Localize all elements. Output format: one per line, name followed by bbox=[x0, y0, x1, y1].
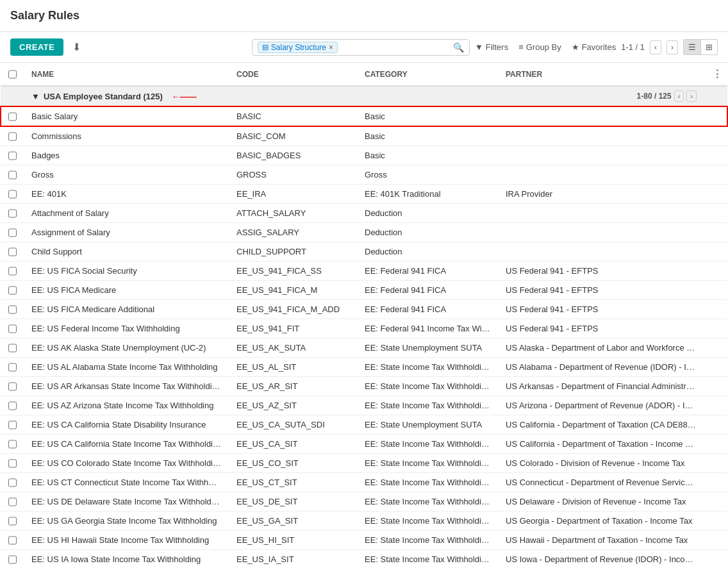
row-checkbox[interactable] bbox=[8, 305, 17, 314]
table-row[interactable]: EE: US AL Alabama State Income Tax Withh… bbox=[1, 358, 727, 377]
row-name: Assignment of Salary bbox=[24, 223, 229, 242]
header-partner[interactable]: Partner bbox=[498, 63, 704, 86]
table-row[interactable]: EE: US CO Colorado State Income Tax With… bbox=[1, 454, 727, 473]
row-checkbox[interactable] bbox=[8, 363, 17, 372]
table-row[interactable]: EE: US FICA Social Security EE_US_941_FI… bbox=[1, 262, 727, 281]
row-name: EE: US GA Georgia State Income Tax Withh… bbox=[24, 512, 229, 531]
table-row[interactable]: EE: 401K EE_IRA EE: 401K Traditional IRA… bbox=[1, 185, 727, 204]
row-partner: US Federal 941 - EFTPS bbox=[498, 319, 704, 338]
row-checkbox-cell bbox=[1, 319, 24, 338]
row-partner: US Federal 941 - EFTPS bbox=[498, 262, 704, 281]
groupby-button[interactable]: ≡ Group By bbox=[518, 40, 561, 54]
row-checkbox[interactable] bbox=[8, 440, 17, 449]
row-actions bbox=[704, 106, 727, 126]
group-next-btn[interactable]: › bbox=[686, 90, 697, 102]
table-row[interactable]: Commissions BASIC_COM Basic bbox=[1, 126, 727, 146]
filter-tag-close[interactable]: × bbox=[329, 44, 333, 51]
row-checkbox[interactable] bbox=[8, 420, 17, 429]
table-row[interactable]: Child Support CHILD_SUPPORT Deduction bbox=[1, 242, 727, 262]
row-checkbox-cell bbox=[1, 396, 24, 415]
table-row[interactable]: EE: US IA Iowa State Income Tax Withhold… bbox=[1, 550, 727, 567]
table-row[interactable]: EE: US AK Alaska State Unemployment (UC-… bbox=[1, 338, 727, 358]
group-prev-btn[interactable]: ‹ bbox=[674, 90, 684, 102]
create-button[interactable]: CREATE bbox=[10, 38, 63, 56]
row-checkbox[interactable] bbox=[8, 267, 17, 276]
table-row[interactable]: EE: US FICA Medicare EE_US_941_FICA_M EE… bbox=[1, 281, 727, 300]
table-row[interactable]: EE: US AZ Arizona State Income Tax Withh… bbox=[1, 396, 727, 415]
row-checkbox[interactable] bbox=[8, 344, 17, 353]
row-checkbox[interactable] bbox=[8, 478, 17, 487]
row-category: Deduction bbox=[357, 242, 498, 262]
row-checkbox[interactable] bbox=[8, 247, 17, 256]
row-checkbox[interactable] bbox=[8, 132, 17, 141]
row-checkbox-cell bbox=[1, 146, 24, 165]
row-partner: US Alabama - Department of Revenue (IDOR… bbox=[498, 358, 704, 377]
table-row[interactable]: EE: US HI Hawaii State Income Tax Withho… bbox=[1, 531, 727, 550]
row-checkbox[interactable] bbox=[8, 555, 17, 564]
row-actions bbox=[704, 126, 727, 146]
row-partner bbox=[498, 165, 704, 185]
row-actions bbox=[704, 531, 727, 550]
star-icon: ★ bbox=[572, 42, 579, 52]
row-checkbox[interactable] bbox=[8, 324, 17, 333]
row-checkbox[interactable] bbox=[8, 151, 17, 160]
row-name: EE: US HI Hawaii State Income Tax Withho… bbox=[24, 531, 229, 550]
favorites-button[interactable]: ★ Favorites bbox=[572, 40, 616, 54]
download-button[interactable]: ⬇ bbox=[69, 38, 85, 56]
row-checkbox[interactable] bbox=[8, 209, 17, 218]
table-row[interactable]: Badges BASIC_BADGES Basic bbox=[1, 146, 727, 165]
select-all-checkbox[interactable] bbox=[8, 70, 17, 79]
next-page-button[interactable]: › bbox=[666, 40, 678, 54]
row-checkbox[interactable] bbox=[8, 401, 17, 410]
table-row[interactable]: EE: US DE Delaware State Income Tax With… bbox=[1, 492, 727, 512]
row-checkbox[interactable] bbox=[8, 497, 17, 506]
table-row[interactable]: EE: US FICA Medicare Additional EE_US_94… bbox=[1, 300, 727, 319]
row-actions bbox=[704, 242, 727, 262]
row-checkbox[interactable] bbox=[8, 382, 17, 391]
group-name: USA Employee Standard (125) bbox=[44, 92, 163, 101]
table-row[interactable]: EE: US CT Connecticut State Income Tax W… bbox=[1, 473, 727, 492]
row-checkbox-cell bbox=[1, 185, 24, 204]
table-row[interactable]: Basic Salary BASIC Basic bbox=[1, 106, 727, 126]
row-checkbox-cell bbox=[1, 358, 24, 377]
search-input[interactable] bbox=[342, 42, 449, 52]
row-checkbox[interactable] bbox=[8, 112, 17, 121]
toolbar-filters: ▼ Filters ≡ Group By ★ Favorites bbox=[475, 40, 616, 54]
row-category: EE: State Income Tax Withholding bbox=[357, 454, 498, 473]
row-checkbox[interactable] bbox=[8, 459, 17, 468]
row-checkbox[interactable] bbox=[8, 517, 17, 526]
table-row[interactable]: Gross GROSS Gross bbox=[1, 165, 727, 185]
list-view-button[interactable]: ☰ bbox=[683, 39, 701, 55]
group-header-row[interactable]: ▼ USA Employee Standard (125) ←—— 1-80 /… bbox=[1, 86, 727, 106]
header-category[interactable]: Category bbox=[357, 63, 498, 86]
row-partner: US Federal 941 - EFTPS bbox=[498, 281, 704, 300]
header-checkbox-cell bbox=[1, 63, 24, 86]
prev-page-button[interactable]: ‹ bbox=[650, 40, 661, 54]
row-checkbox[interactable] bbox=[8, 228, 17, 237]
filters-button[interactable]: ▼ Filters bbox=[475, 40, 508, 54]
row-checkbox[interactable] bbox=[8, 171, 17, 179]
view-switcher: ☰ ⊞ bbox=[683, 39, 718, 55]
table-row[interactable]: Attachment of Salary ATTACH_SALARY Deduc… bbox=[1, 204, 727, 223]
row-partner: US California - Department of Taxation (… bbox=[498, 415, 704, 435]
row-category: EE: State Income Tax Withholding bbox=[357, 396, 498, 415]
row-checkbox-cell bbox=[1, 126, 24, 146]
header-code[interactable]: Code bbox=[229, 63, 357, 86]
table-row[interactable]: EE: US AR Arkansas State Income Tax With… bbox=[1, 377, 727, 396]
table-row[interactable]: EE: US CA California State Income Tax Wi… bbox=[1, 435, 727, 454]
header-name[interactable]: Name bbox=[24, 63, 229, 86]
row-name: EE: US CA California State Income Tax Wi… bbox=[24, 435, 229, 454]
table-row[interactable]: EE: US CA California State Disability In… bbox=[1, 415, 727, 435]
table-row[interactable]: Assignment of Salary ASSIG_SALARY Deduct… bbox=[1, 223, 727, 242]
table-row[interactable]: EE: US GA Georgia State Income Tax Withh… bbox=[1, 512, 727, 531]
row-checkbox-cell bbox=[1, 377, 24, 396]
grid-view-button[interactable]: ⊞ bbox=[701, 39, 718, 55]
row-checkbox[interactable] bbox=[8, 536, 17, 545]
table-row[interactable]: EE: US Federal Income Tax Withholding EE… bbox=[1, 319, 727, 338]
row-checkbox[interactable] bbox=[8, 190, 17, 199]
row-partner bbox=[498, 146, 704, 165]
table-container: Name Code Category Partner ⋮ ▼ USA bbox=[0, 63, 728, 566]
row-name: EE: US AR Arkansas State Income Tax With… bbox=[24, 377, 229, 396]
row-name: EE: US CT Connecticut State Income Tax W… bbox=[24, 473, 229, 492]
row-checkbox[interactable] bbox=[8, 286, 17, 295]
